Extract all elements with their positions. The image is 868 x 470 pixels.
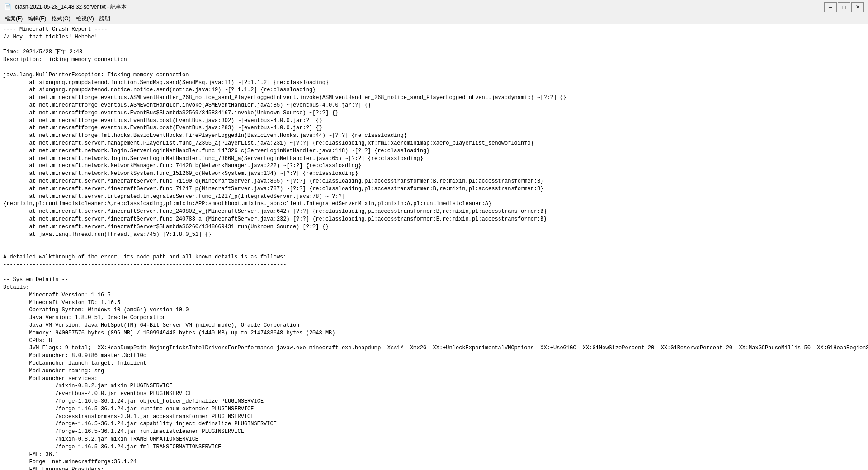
menu-view[interactable]: 檢視(V) bbox=[73, 14, 97, 24]
title-bar-left: 📄 crash-2021-05-28_14.48.32-server.txt -… bbox=[4, 3, 127, 11]
maximize-button[interactable]: □ bbox=[838, 2, 850, 12]
crash-report-text: ---- Minecraft Crash Report ---- // Hey,… bbox=[3, 26, 865, 470]
menu-file[interactable]: 檔案(F) bbox=[2, 14, 25, 24]
minimize-button[interactable]: ─ bbox=[824, 2, 837, 12]
title-bar-controls: ─ □ ✕ bbox=[824, 2, 864, 12]
window-title: crash-2021-05-28_14.48.32-server.txt - 記… bbox=[15, 3, 127, 11]
title-bar: 📄 crash-2021-05-28_14.48.32-server.txt -… bbox=[0, 0, 868, 14]
menu-help[interactable]: 說明 bbox=[97, 14, 113, 24]
text-content-area[interactable]: ---- Minecraft Crash Report ---- // Hey,… bbox=[0, 24, 868, 470]
close-button[interactable]: ✕ bbox=[851, 2, 864, 12]
window-icon: 📄 bbox=[4, 4, 11, 11]
menu-format[interactable]: 格式(O) bbox=[49, 14, 73, 24]
menu-bar: 檔案(F) 編輯(E) 格式(O) 檢視(V) 說明 bbox=[0, 14, 868, 24]
main-window: 📄 crash-2021-05-28_14.48.32-server.txt -… bbox=[0, 0, 868, 470]
menu-edit[interactable]: 編輯(E) bbox=[25, 14, 49, 24]
